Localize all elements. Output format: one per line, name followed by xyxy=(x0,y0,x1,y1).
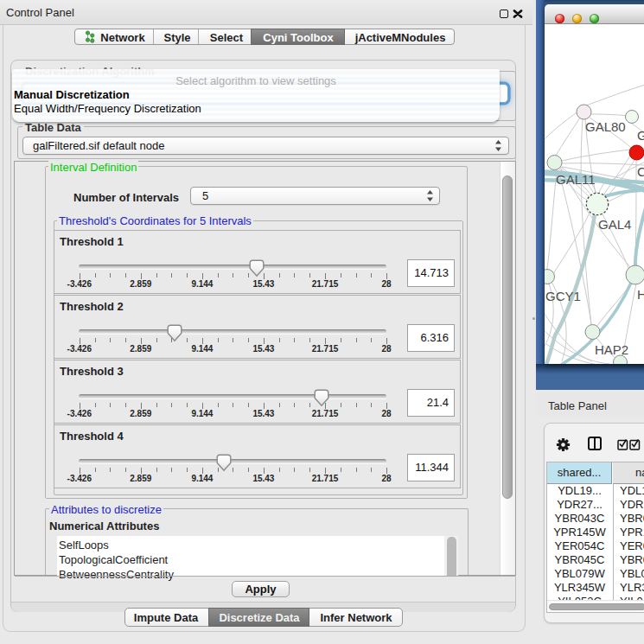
svg-text:HAP2: HAP2 xyxy=(595,342,628,357)
svg-text:GAL11: GAL11 xyxy=(556,172,596,187)
svg-text:GAL80: GAL80 xyxy=(585,119,626,134)
svg-text:GCY1: GCY1 xyxy=(545,289,581,303)
svg-text:G.: G. xyxy=(637,128,644,143)
svg-text:C: C xyxy=(637,164,644,179)
svg-text:H: H xyxy=(637,287,644,302)
svg-text:GAL4: GAL4 xyxy=(598,217,631,232)
